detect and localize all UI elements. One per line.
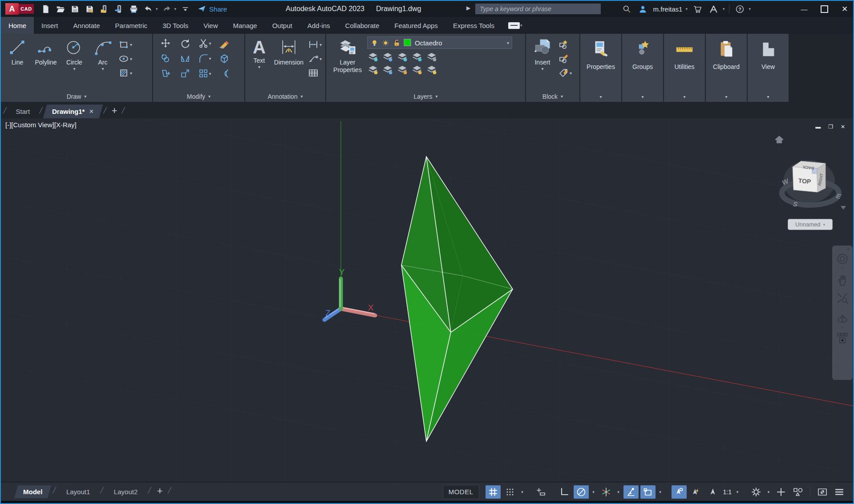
object-snap-toggle[interactable] xyxy=(640,485,656,499)
username[interactable]: m.freitas1 xyxy=(653,5,683,13)
compass-south-label[interactable]: S xyxy=(793,200,798,208)
dimension-button[interactable]: Dimension xyxy=(271,36,306,91)
zoom-dropdown-icon[interactable]: ▾ xyxy=(842,305,844,309)
line-button[interactable]: Line xyxy=(4,36,31,91)
layer-isolate-icon[interactable] xyxy=(382,51,393,62)
panel-clipboard[interactable]: Clipboard ▾ xyxy=(706,34,748,102)
app-store-cart-icon[interactable] xyxy=(692,3,704,15)
groups-dropdown-icon[interactable]: ▾ xyxy=(641,94,644,102)
properties-dropdown-icon[interactable]: ▾ xyxy=(599,94,602,102)
ribbon-tab-home[interactable]: Home xyxy=(1,17,34,34)
drawing-viewport[interactable]: [-][Custom View][X-Ray] ▬ ❐ ✕ xyxy=(1,118,853,482)
close-tab-icon[interactable]: ✕ xyxy=(89,108,94,115)
view-name-button[interactable]: Unnamed ▾ xyxy=(788,219,833,230)
rectangle-button[interactable]: ▾ xyxy=(117,38,133,51)
viewcube-home-icon[interactable] xyxy=(775,136,783,143)
ribbon-tab-collaborate[interactable]: Collaborate xyxy=(338,17,387,34)
trim-button[interactable]: ▾ xyxy=(198,38,211,48)
edit-attributes-button[interactable]: ▾ xyxy=(557,67,573,79)
new-drawing-tab-button[interactable]: + xyxy=(112,105,117,117)
polar-tracking-toggle[interactable] xyxy=(574,485,589,499)
text-dropdown-icon[interactable]: ▾ xyxy=(258,65,260,69)
ucs-icon[interactable]: Y X Z xyxy=(324,267,375,320)
ribbon-tab-featured-apps[interactable]: Featured Apps xyxy=(387,17,445,34)
layer-color-swatch[interactable] xyxy=(404,39,412,47)
search-icon[interactable] xyxy=(621,3,633,15)
navbar-close-icon[interactable]: ✕ xyxy=(846,246,850,252)
layer-dropdown[interactable]: Octaedro ▾ xyxy=(367,36,512,49)
layer-thaw-all-icon[interactable] xyxy=(382,64,393,75)
ribbon-tab-3d-tools[interactable]: 3D Tools xyxy=(155,17,196,34)
open-from-web-mobile-button[interactable] xyxy=(98,3,110,15)
scale-dropdown-icon[interactable]: ▾ xyxy=(734,490,741,494)
annotation-autoscale-toggle[interactable] xyxy=(688,485,704,499)
edit-block-button[interactable] xyxy=(557,52,573,65)
app-logo[interactable]: A CAD xyxy=(5,3,34,15)
text-button[interactable]: A Text ▾ xyxy=(248,36,271,91)
new-layout-button[interactable]: + xyxy=(157,485,163,497)
ribbon-tab-annotate[interactable]: Annotate xyxy=(66,17,108,34)
create-block-button[interactable] xyxy=(557,38,573,51)
user-avatar-icon[interactable] xyxy=(637,3,649,15)
redo-button[interactable] xyxy=(161,3,173,15)
explode-button[interactable] xyxy=(219,53,230,64)
grid-toggle[interactable] xyxy=(486,485,501,499)
maximize-button[interactable] xyxy=(821,5,828,13)
insert-block-button[interactable]: Insert ▾ xyxy=(529,36,556,91)
viewport-controls-label[interactable]: [-][Custom View][X-Ray] xyxy=(5,121,77,129)
undo-dropdown-icon[interactable]: ▾ xyxy=(156,7,158,11)
new-file-button[interactable] xyxy=(40,3,51,15)
circle-button[interactable]: Circle ▾ xyxy=(61,36,88,91)
redo-dropdown-icon[interactable]: ▾ xyxy=(174,7,177,11)
octahedron-solid[interactable] xyxy=(401,157,513,441)
layout-tab-model[interactable]: Model xyxy=(14,485,52,498)
qat-menu-button[interactable] xyxy=(179,3,191,15)
polar-dropdown-icon[interactable]: ▾ xyxy=(591,490,597,494)
user-dropdown-icon[interactable]: ▾ xyxy=(685,7,688,11)
plot-button[interactable] xyxy=(128,3,139,15)
layer-unlock-icon[interactable] xyxy=(393,39,401,47)
customization-menu-button[interactable] xyxy=(832,485,847,499)
dynamic-input-toggle[interactable] xyxy=(534,485,549,499)
layer-match-icon[interactable] xyxy=(426,64,437,75)
ellipse-button[interactable]: ▾ xyxy=(117,52,133,65)
ribbon-tab-add-ins[interactable]: Add-ins xyxy=(300,17,338,34)
zoom-extents-icon[interactable] xyxy=(836,291,849,305)
viewport-minimize-icon[interactable]: ▬ xyxy=(815,124,821,130)
layer-previous-icon[interactable] xyxy=(397,64,408,75)
layer-on-all-icon[interactable] xyxy=(367,64,379,75)
panel-modify-footer[interactable]: Modify▾ xyxy=(153,91,244,102)
showmotion-icon[interactable] xyxy=(836,331,849,345)
autodesk-logo-icon[interactable] xyxy=(708,3,720,15)
layout-tab-layout1[interactable]: Layout1 xyxy=(59,485,97,498)
layer-off-icon[interactable] xyxy=(367,51,379,62)
search-input[interactable] xyxy=(475,4,601,14)
ribbon-display-dropdown-icon[interactable]: ▾ xyxy=(520,23,522,28)
help-dropdown-icon[interactable]: ▾ xyxy=(749,7,751,11)
offset-button[interactable] xyxy=(219,68,230,79)
undo-button[interactable] xyxy=(142,3,154,15)
panel-properties[interactable]: Properties ▾ xyxy=(580,34,622,102)
fullscreen-button[interactable] xyxy=(815,485,830,499)
file-tab-start[interactable]: Start xyxy=(9,105,37,118)
rotate-button[interactable] xyxy=(180,38,190,48)
viewport-restore-icon[interactable]: ❐ xyxy=(828,124,833,130)
insert-dropdown-icon[interactable]: ▾ xyxy=(541,66,543,71)
isodraft-dropdown-icon[interactable]: ▾ xyxy=(615,490,622,494)
layer-states-icon[interactable] xyxy=(426,51,437,62)
annotation-scale-icon[interactable] xyxy=(705,485,720,499)
copy-button[interactable] xyxy=(160,53,171,64)
ortho-toggle[interactable] xyxy=(557,485,572,499)
ribbon-display-toggle[interactable]: ▾ xyxy=(508,17,522,34)
wheel-dropdown-icon[interactable]: ▾ xyxy=(842,266,844,270)
osnap-dropdown-icon[interactable]: ▾ xyxy=(657,490,664,494)
help-icon[interactable] xyxy=(734,3,745,15)
ribbon-tab-express-tools[interactable]: Express Tools xyxy=(445,17,502,34)
layer-unlock-all-icon[interactable] xyxy=(411,64,423,75)
polyline-button[interactable]: Polyline xyxy=(32,36,60,91)
autodesk-dropdown-icon[interactable]: ▾ xyxy=(723,7,725,11)
viewcube-front-label[interactable]: TOP xyxy=(798,177,811,185)
ribbon-tab-manage[interactable]: Manage xyxy=(225,17,264,34)
ribbon-tab-insert[interactable]: Insert xyxy=(34,17,66,34)
isolate-objects-button[interactable] xyxy=(790,485,805,499)
